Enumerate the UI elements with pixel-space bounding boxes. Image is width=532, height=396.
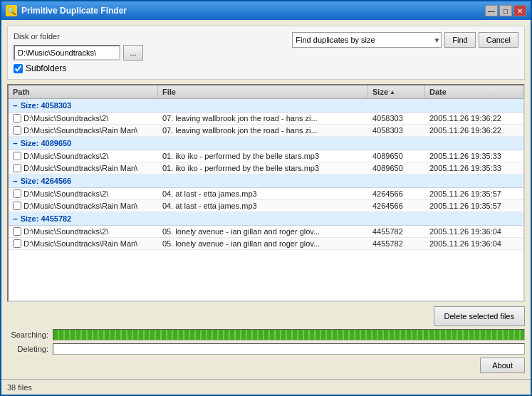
cell-date: 2005.11.26 19:35:57 — [425, 200, 523, 212]
group-label-3: Size: 4455782 — [21, 214, 72, 223]
close-button[interactable]: ✕ — [513, 5, 526, 16]
table-body: –Size: 4058303 D:\Music\Soundtracks\2\ 0… — [9, 99, 523, 301]
browse-button[interactable]: ... — [123, 45, 143, 61]
bottom-section: Delete selected files Searching: Deletin… — [7, 306, 525, 373]
group-header-1: –Size: 4089650 — [9, 137, 523, 150]
group-collapse-icon-1[interactable]: – — [13, 138, 18, 148]
main-window: 🔍 Primitive Duplicate Finder — □ ✕ Disk … — [0, 0, 532, 396]
cell-file: 04. at last - etta james.mp3 — [158, 200, 368, 212]
cell-file: 07. leaving wallbrook jon the road - han… — [158, 113, 368, 124]
cell-size: 4058303 — [368, 125, 425, 136]
row-checkbox[interactable] — [13, 126, 21, 135]
cell-size: 4058303 — [368, 113, 425, 124]
table-row: D:\Music\Soundtracks\2\ 07. leaving wall… — [9, 113, 523, 125]
group-collapse-icon-2[interactable]: – — [13, 176, 18, 186]
cell-path: D:\Music\Soundtracks\Rain Man\ — [9, 162, 158, 174]
table-row: D:\Music\Soundtracks\2\ 04. at last - et… — [9, 188, 523, 200]
table-row: D:\Music\Soundtracks\Rain Man\ 04. at la… — [9, 200, 523, 212]
find-button[interactable]: Find — [444, 32, 475, 48]
searching-progress-container — [53, 329, 525, 340]
row-checkbox[interactable] — [13, 152, 21, 160]
title-bar: 🔍 Primitive Duplicate Finder — □ ✕ — [1, 1, 531, 20]
deleting-row: Deleting: — [7, 343, 525, 355]
row-checkbox[interactable] — [13, 227, 21, 236]
about-button[interactable]: About — [480, 358, 525, 373]
col-path[interactable]: Path — [9, 85, 158, 98]
cell-file: 07. leaving wallbrook jon the road - han… — [158, 125, 368, 136]
cell-date: 2005.11.26 19:36:04 — [425, 238, 523, 249]
app-icon: 🔍 — [6, 5, 17, 16]
cell-size: 4264566 — [368, 200, 425, 212]
table-row: D:\Music\Soundtracks\Rain Man\ 01. iko i… — [9, 162, 523, 174]
path-input[interactable] — [14, 45, 120, 61]
row-checkbox[interactable] — [13, 189, 21, 198]
row-checkbox[interactable] — [13, 114, 21, 123]
cell-date: 2005.11.26 19:35:57 — [425, 188, 523, 199]
cell-file: 05. lonely avenue - ian gillan and roger… — [158, 238, 368, 249]
top-section: Disk or folder ... Subfolders Find dupli… — [7, 26, 525, 80]
cell-file: 05. lonely avenue - ian gillan and roger… — [158, 226, 368, 237]
cell-size: 4455782 — [368, 226, 425, 237]
maximize-button[interactable]: □ — [499, 5, 512, 16]
cell-date: 2005.11.26 19:36:04 — [425, 226, 523, 237]
subfolders-checkbox[interactable] — [14, 64, 23, 73]
main-content: Disk or folder ... Subfolders Find dupli… — [1, 20, 531, 379]
left-controls: Disk or folder ... Subfolders — [14, 32, 143, 73]
table-row: D:\Music\Soundtracks\Rain Man\ 05. lonel… — [9, 238, 523, 250]
title-bar-left: 🔍 Primitive Duplicate Finder — [6, 5, 127, 16]
right-controls: Find duplicates by size Find duplicates … — [292, 32, 518, 48]
about-row: About — [7, 358, 525, 373]
cell-path: D:\Music\Soundtracks\2\ — [9, 226, 158, 237]
table-row: D:\Music\Soundtracks\2\ 05. lonely avenu… — [9, 226, 523, 238]
cell-size: 4264566 — [368, 188, 425, 199]
group-collapse-icon-3[interactable]: – — [13, 214, 18, 224]
group-label-1: Size: 4089650 — [21, 139, 72, 147]
cell-file: 04. at last - etta james.mp3 — [158, 188, 368, 199]
group-header-0: –Size: 4058303 — [9, 99, 523, 113]
cell-path: D:\Music\Soundtracks\2\ — [9, 113, 158, 124]
cell-path: D:\Music\Soundtracks\Rain Man\ — [9, 200, 158, 212]
row-checkbox[interactable] — [13, 239, 21, 248]
table-row: D:\Music\Soundtracks\Rain Man\ 07. leavi… — [9, 125, 523, 137]
path-row: ... — [14, 45, 143, 61]
minimize-button[interactable]: — — [485, 5, 498, 16]
table-header: Path File Size Date — [9, 85, 523, 99]
group-header-2: –Size: 4264566 — [9, 174, 523, 188]
find-type-select[interactable]: Find duplicates by size Find duplicates … — [292, 32, 442, 48]
cell-path: D:\Music\Soundtracks\Rain Man\ — [9, 125, 158, 136]
window-title: Primitive Duplicate Finder — [21, 6, 127, 16]
searching-label: Searching: — [7, 330, 48, 339]
row-checkbox[interactable] — [13, 164, 21, 172]
row-checkbox[interactable] — [13, 202, 21, 210]
cell-path: D:\Music\Soundtracks\Rain Man\ — [9, 238, 158, 249]
searching-progress-bar — [53, 330, 524, 340]
group-label-2: Size: 4264566 — [21, 177, 72, 185]
cell-file: 01. iko iko - performed by the belle sta… — [158, 162, 368, 174]
searching-row: Searching: — [7, 329, 525, 340]
cell-size: 4455782 — [368, 238, 425, 249]
group-label-0: Size: 4058303 — [21, 101, 72, 110]
subfolders-row: Subfolders — [14, 63, 143, 73]
title-buttons: — □ ✕ — [485, 5, 526, 16]
delete-selected-button[interactable]: Delete selected files — [434, 306, 525, 326]
col-size[interactable]: Size — [368, 85, 425, 98]
find-dropdown-wrapper: Find duplicates by size Find duplicates … — [292, 32, 442, 48]
cell-size: 4089650 — [368, 150, 425, 162]
col-date[interactable]: Date — [425, 85, 523, 98]
status-text: 38 files — [7, 383, 32, 392]
col-file[interactable]: File — [158, 85, 368, 98]
group-collapse-icon-0[interactable]: – — [13, 100, 18, 110]
cell-size: 4089650 — [368, 162, 425, 174]
cell-date: 2005.11.26 19:36:22 — [425, 113, 523, 124]
cell-date: 2005.11.26 19:35:33 — [425, 162, 523, 174]
cell-path: D:\Music\Soundtracks\2\ — [9, 150, 158, 162]
cancel-button[interactable]: Cancel — [479, 32, 518, 48]
group-header-3: –Size: 4455782 — [9, 212, 523, 226]
status-bar: 38 files — [1, 379, 531, 395]
deleting-progress-container — [53, 343, 525, 355]
cell-date: 2005.11.26 19:35:33 — [425, 150, 523, 162]
disk-folder-label: Disk or folder — [14, 32, 143, 41]
table-row: D:\Music\Soundtracks\2\ 01. iko iko - pe… — [9, 150, 523, 162]
cell-date: 2005.11.26 19:36:22 — [425, 125, 523, 136]
deleting-label: Deleting: — [7, 345, 48, 353]
